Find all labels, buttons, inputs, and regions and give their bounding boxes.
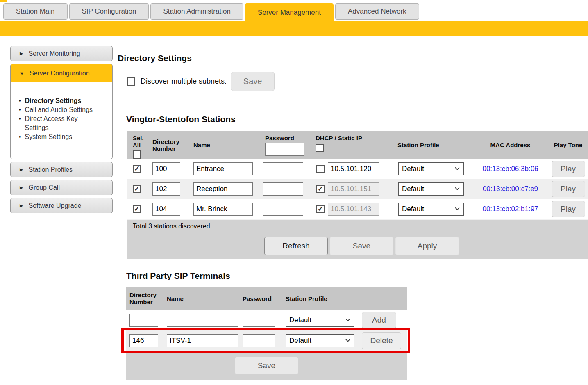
refresh-button[interactable]: Refresh [264,237,328,255]
sip-save-button[interactable]: Save [235,357,298,374]
sidebar-item-station-profiles[interactable]: ▶ Station Profiles [10,162,113,177]
station-password-input[interactable] [263,182,303,196]
stations-save-button[interactable]: Save [330,237,393,255]
column-header-password: Password [243,295,272,302]
checkmark-icon: ✓ [318,205,323,212]
sidebar-item-group-call[interactable]: ▶ Group Call [10,180,113,195]
station-profile-select[interactable]: Default [398,182,464,196]
station-row: ✓ ✓ Default 00:13:cb:02:b1:97 Play [127,199,588,219]
tab-sip-configuration[interactable]: SIP Configuration [69,3,149,20]
station-password-input[interactable] [263,162,303,175]
chevron-down-icon [455,205,459,210]
collapse-arrow-icon: ▼ [20,71,24,76]
directory-number-input[interactable] [152,203,180,216]
tab-station-administration[interactable]: Station Administration [150,3,243,20]
chevron-down-icon [345,337,350,342]
station-row: ✓ ✓ Default 00:13:cb:00:c7:e9 Play [127,179,588,199]
new-terminal-password-input[interactable] [243,314,275,327]
station-select-checkbox[interactable]: ✓ [133,165,141,173]
checkmark-icon: ✓ [134,205,140,212]
bulk-password-input[interactable] [265,143,304,156]
sip-table-header: Directory Number Name Password Station P… [126,287,407,310]
terminal-password-input[interactable] [243,334,275,347]
bulk-dhcp-checkbox[interactable]: ✓ [316,144,324,152]
checkmark-icon: ✓ [134,185,140,192]
column-header-station-profile: Station Profile [286,295,327,302]
server-configuration-panel: ▼ Server Configuration • Directory Setti… [10,64,113,159]
sidebar-item-server-monitoring[interactable]: ▶ Server Monitoring [10,46,113,61]
station-select-checkbox[interactable]: ✓ [133,185,141,193]
sidebar-item-label: Server Configuration [30,70,90,77]
dhcp-checkbox[interactable]: ✓ [316,185,325,193]
sidebar-item-server-configuration[interactable]: ▼ Server Configuration [11,64,112,82]
subnav-directory-settings[interactable]: • Directory Settings [19,96,109,105]
mac-address-link[interactable]: 00:13:cb:02:b1:97 [482,205,538,213]
new-terminal-profile-select[interactable]: Default [286,314,354,327]
expand-arrow-icon: ▶ [20,167,23,172]
play-tone-button[interactable]: Play [552,181,585,197]
stations-apply-button[interactable]: Apply [395,237,459,255]
play-tone-button[interactable]: Play [552,201,585,217]
static-ip-input[interactable] [328,162,379,175]
sidebar-item-label: Group Call [28,184,59,191]
station-profile-select[interactable]: Default [398,162,464,175]
chevron-down-icon [455,165,459,170]
station-name-input[interactable] [193,182,253,196]
column-header-sel-all: Sel. All [133,134,147,148]
sip-save-band: Save [126,351,407,380]
stations-table: Sel. All ✓ Directory Number Name Passwor… [127,131,588,259]
column-header-dhcp-static-ip: DHCP / Static IP [316,134,393,141]
expand-arrow-icon: ▶ [20,185,23,190]
tab-server-management[interactable]: Server Management [245,3,334,22]
terminal-profile-select[interactable]: Default [286,334,354,347]
dhcp-checkbox[interactable]: ✓ [316,205,325,213]
bullet-icon: • [19,132,21,141]
bullet-icon: • [19,105,21,114]
sip-section-title: Third Party SIP Terminals [126,271,588,281]
delete-terminal-button[interactable]: Delete [362,332,401,349]
directory-number-input[interactable] [152,182,180,196]
subnav-call-and-audio-settings[interactable]: • Call and Audio Settings [19,105,109,114]
tab-station-main[interactable]: Station Main [3,3,68,20]
sidebar-item-label: Server Monitoring [28,50,80,57]
subnav-direct-access-key-settings[interactable]: • Direct Access Key Settings [19,114,109,132]
station-password-input[interactable] [263,203,303,216]
directory-number-input[interactable] [152,162,180,175]
select-all-checkbox[interactable]: ✓ [133,150,141,159]
bullet-icon: • [19,114,21,132]
column-header-directory-number: Directory Number [152,138,188,152]
directory-settings-save-button[interactable]: Save [231,72,275,91]
sidebar-item-label: Station Profiles [28,166,73,173]
stations-actions: Refresh Save Apply [127,233,588,259]
terminal-name-input[interactable] [167,334,238,347]
stations-total-status: Total 3 stations discovered [127,219,588,233]
mac-address-link[interactable]: 00:13:cb:00:c7:e9 [483,185,538,193]
corner-accent [0,0,7,2]
bullet-icon: • [19,96,21,105]
discover-subnets-checkbox[interactable]: ✓ [127,77,135,86]
add-terminal-button[interactable]: Add [362,312,396,328]
station-name-input[interactable] [193,162,253,175]
mac-address-link[interactable]: 00:13:cb:06:3b:06 [482,165,538,173]
station-row: ✓ ✓ Default 00:13:cb:06:3b:06 Play [127,159,588,179]
new-directory-number-input[interactable] [129,314,158,327]
station-profile-select[interactable]: Default [398,203,464,216]
station-name-input[interactable] [193,203,253,216]
sip-add-row: Default Add [126,310,407,330]
sidebar-item-software-upgrade[interactable]: ▶ Software Upgrade [10,198,113,213]
static-ip-input[interactable] [328,182,379,196]
column-header-name: Name [193,141,257,148]
tab-advanced-network[interactable]: Advanced Network [335,3,419,20]
play-tone-button[interactable]: Play [552,161,585,177]
new-terminal-name-input[interactable] [167,314,238,327]
terminal-directory-number-input[interactable] [129,334,158,347]
dhcp-checkbox[interactable]: ✓ [316,165,325,173]
column-header-play-tone: Play Tone [554,141,583,148]
discover-subnets-row: ✓ Discover multiple subnets. Save [127,72,588,91]
chevron-down-icon [345,317,350,321]
column-header-station-profile: Station Profile [397,141,472,148]
stations-table-header: Sel. All ✓ Directory Number Name Passwor… [127,131,588,159]
subnav-system-settings[interactable]: • System Settings [19,132,109,141]
station-select-checkbox[interactable]: ✓ [133,205,141,213]
static-ip-input[interactable] [328,203,379,216]
